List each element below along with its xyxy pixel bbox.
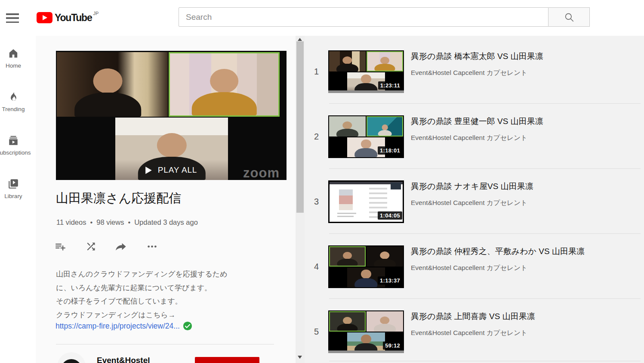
- video-title[interactable]: 異形の鼎談 橋本憲太郎 VS 山田果凛: [411, 51, 543, 62]
- thumb-cell: [329, 246, 366, 267]
- sidebar-item-home[interactable]: Home: [0, 48, 27, 69]
- row-divider: [329, 361, 641, 361]
- share-icon[interactable]: [116, 241, 127, 252]
- sidebar-item-label: Library: [4, 193, 22, 199]
- playlist-actions: [55, 241, 158, 252]
- more-actions-icon[interactable]: [146, 241, 158, 252]
- duration-badge: 1:18:01: [378, 146, 402, 155]
- watch-progress-bar: [328, 90, 404, 93]
- subscribe-button[interactable]: [195, 357, 259, 363]
- video-index: 1: [305, 50, 328, 95]
- video-thumbnail[interactable]: 1:13:37: [328, 245, 404, 288]
- view-count: 98 views: [96, 218, 124, 226]
- stats-bullet: •: [128, 218, 130, 226]
- video-channel[interactable]: Event&Hostel Capcellent カプセレント: [411, 329, 535, 338]
- sidebar-item-subscriptions[interactable]: Subscriptions: [0, 135, 27, 156]
- stats-bullet: •: [90, 218, 92, 226]
- video-title[interactable]: 異形の鼎談 上間喜壽 VS 山田果凛: [411, 311, 535, 322]
- library-icon: [8, 178, 19, 189]
- play-icon: [145, 167, 152, 174]
- video-index: 4: [305, 245, 328, 290]
- video-title[interactable]: 異形の鼎談 豊里健一郎 VS 山田果凛: [411, 116, 543, 127]
- sidebar-item-trending[interactable]: Trending: [0, 91, 27, 112]
- thumb-cell: [367, 246, 403, 267]
- thumb-cell: [329, 311, 366, 332]
- sidebar-item-label: Home: [6, 62, 21, 69]
- video-channel[interactable]: Event&Hostel Capcellent カプセレント: [411, 133, 543, 143]
- description-line: に、いろんな先輩方に起業について学びます。: [56, 281, 273, 295]
- video-row: 3 1:04:05 異形の鼎談 ナオキ屋VS 山田果凛 Event&Hostel…: [305, 180, 644, 225]
- logo-region-label: JP: [93, 11, 99, 16]
- hamburger-menu-icon[interactable]: [6, 13, 19, 23]
- search-input[interactable]: [179, 7, 548, 27]
- watch-progress-bar: [328, 351, 404, 353]
- description-line: 山田さんのクラウドファンディングを応援するため: [56, 267, 273, 281]
- search-icon: [564, 12, 575, 23]
- video-title[interactable]: 異形の鼎談 仲程秀之、平敷みわか VS 山田果凛: [411, 246, 585, 257]
- add-to-playlist-icon[interactable]: [55, 241, 66, 252]
- video-index: 5: [305, 310, 328, 355]
- playlist-video-list: 1 1:23:11 異形の鼎談 橋本憲太郎 VS 山田果凛 Event&Host…: [305, 36, 644, 363]
- video-thumbnail[interactable]: 59:12: [328, 310, 404, 353]
- updated-date: Updated 3 days ago: [134, 218, 198, 226]
- video-count: 11 videos: [56, 218, 86, 226]
- playlist-info-panel: PLAY ALL zoom 山田果凛さん応援配信 11 videos • 98 …: [36, 36, 296, 363]
- home-icon: [8, 48, 19, 59]
- row-divider: [329, 103, 641, 104]
- duration-badge: 1:13:37: [378, 276, 402, 285]
- video-index: 3: [305, 180, 328, 225]
- youtube-play-badge-icon: [37, 12, 52, 23]
- thumb-cell: [367, 51, 403, 71]
- duration-badge: 1:04:05: [378, 211, 402, 220]
- video-channel[interactable]: Event&Hostel Capcellent カプセレント: [411, 68, 543, 78]
- scrollbar-thumb[interactable]: [296, 41, 304, 213]
- youtube-logo[interactable]: YouTube JP: [37, 11, 99, 24]
- thumbnail-participant-top-left: [57, 52, 168, 117]
- thumb-cell: [329, 51, 366, 71]
- top-header: YouTube JP: [0, 0, 644, 36]
- trending-icon: [8, 91, 19, 102]
- thumbnail-participant-top-right: [169, 52, 280, 117]
- thumb-cell: [367, 311, 403, 332]
- channel-owner-name[interactable]: Event&Hostel: [97, 356, 150, 363]
- search-bar: [179, 7, 590, 27]
- sidebar-item-label: Subscriptions: [0, 149, 31, 156]
- thumb-cell: [329, 116, 366, 137]
- playlist-description: 山田さんのクラウドファンディングを応援するため に、いろんな先輩方に起業について…: [56, 267, 273, 322]
- shuffle-icon[interactable]: [85, 241, 97, 252]
- thumb-cell: [367, 116, 403, 137]
- playlist-stats: 11 videos • 98 views • Updated 3 days ag…: [56, 218, 198, 226]
- logo-wordmark: YouTube: [55, 11, 92, 24]
- channel-avatar[interactable]: [57, 352, 86, 363]
- video-thumbnail[interactable]: 1:23:11: [328, 50, 404, 93]
- playlist-title: 山田果凛さん応援配信: [56, 190, 181, 207]
- owner-divider: [56, 344, 274, 344]
- scroll-up-arrow-icon[interactable]: [298, 38, 302, 41]
- description-line: クラウドファンディングはこちら→: [56, 308, 273, 322]
- scroll-down-arrow-icon[interactable]: [298, 356, 302, 359]
- row-divider: [329, 168, 641, 169]
- video-channel[interactable]: Event&Hostel Capcellent カプセレント: [411, 199, 533, 208]
- play-all-overlay[interactable]: PLAY ALL: [56, 165, 287, 175]
- video-row: 1 1:23:11 異形の鼎談 橋本憲太郎 VS 山田果凛 Event&Host…: [305, 50, 644, 95]
- duration-badge: 1:23:11: [378, 81, 402, 90]
- video-title[interactable]: 異形の鼎談 ナオキ屋VS 山田果凛: [411, 181, 533, 192]
- play-all-label: PLAY ALL: [158, 165, 197, 175]
- verified-check-icon: [183, 321, 192, 331]
- sidebar-item-library[interactable]: Library: [0, 178, 27, 199]
- playlist-thumbnail[interactable]: PLAY ALL zoom: [56, 51, 287, 180]
- thumb-cell: [347, 332, 385, 352]
- campfire-link[interactable]: https://camp-fire.jp/projects/view/24...: [55, 322, 180, 331]
- description-link-row: https://camp-fire.jp/projects/view/24...: [55, 321, 192, 331]
- row-divider: [329, 298, 641, 299]
- playlist-scrollbar[interactable]: [296, 36, 305, 363]
- sidebar-item-label: Trending: [2, 106, 25, 112]
- video-channel[interactable]: Event&Hostel Capcellent カプセレント: [411, 264, 585, 273]
- video-thumbnail[interactable]: 1:04:05: [328, 180, 404, 223]
- left-sidebar: Home Trending Subscriptions Library: [0, 36, 36, 363]
- video-thumbnail[interactable]: 1:18:01: [328, 115, 404, 158]
- video-row: 5 59:12 異形の鼎談 上間喜壽 VS 山田果凛 Event&Hostel …: [305, 310, 644, 355]
- subscriptions-icon: [8, 135, 19, 146]
- row-divider: [329, 233, 641, 234]
- search-button[interactable]: [548, 7, 590, 27]
